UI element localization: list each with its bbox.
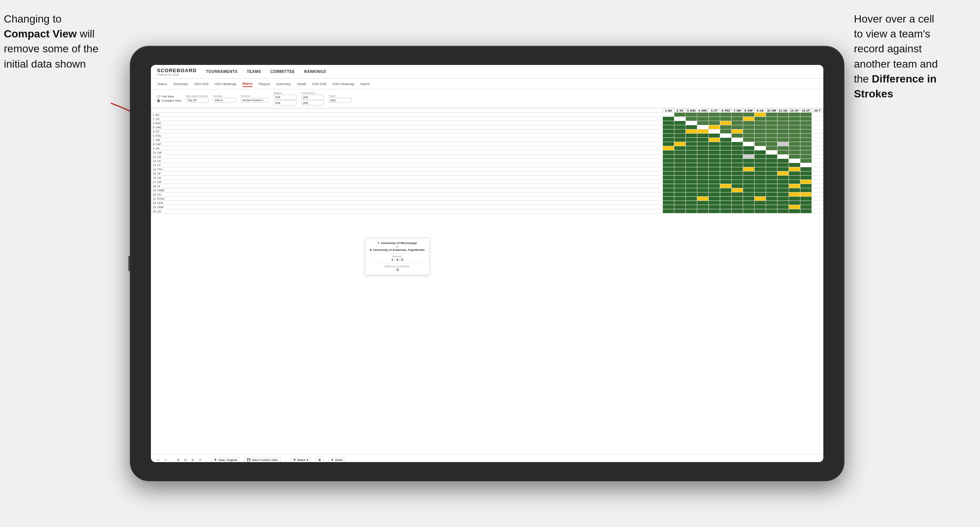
matrix-cell[interactable] <box>674 134 686 138</box>
matrix-cell[interactable] <box>789 142 800 146</box>
matrix-cell[interactable] <box>789 129 800 134</box>
matrix-cell[interactable] <box>663 167 674 171</box>
matrix-cell[interactable] <box>732 134 743 138</box>
matrix-cell[interactable] <box>743 155 755 159</box>
matrix-cell[interactable] <box>800 171 812 176</box>
full-view-option[interactable]: Full View <box>157 95 181 98</box>
matrix-cell[interactable] <box>812 163 823 167</box>
matrix-cell[interactable] <box>766 155 778 159</box>
matrix-cell[interactable] <box>743 209 755 213</box>
matrix-cell[interactable] <box>743 201 755 205</box>
matrix-cell[interactable] <box>709 188 720 192</box>
matrix-cell[interactable] <box>789 176 800 180</box>
matrix-cell[interactable] <box>686 201 697 205</box>
matrix-cell[interactable] <box>743 171 755 176</box>
matrix-cell[interactable] <box>755 188 766 192</box>
matrix-cell[interactable] <box>766 113 778 117</box>
matrix-cell[interactable] <box>766 138 778 142</box>
matrix-cell[interactable] <box>743 129 755 134</box>
matrix-cell[interactable] <box>720 184 732 188</box>
matrix-cell[interactable] <box>663 155 674 159</box>
compact-view-option[interactable]: Compact View <box>157 99 181 102</box>
matrix-cell[interactable] <box>789 188 800 192</box>
matrix-cell[interactable] <box>778 138 789 142</box>
matrix-cell[interactable] <box>709 113 720 117</box>
matrix-cell[interactable] <box>663 201 674 205</box>
matrix-cell[interactable] <box>732 171 743 176</box>
matrix-cell[interactable] <box>709 159 720 163</box>
sub-nav-players[interactable]: Players <box>259 81 270 87</box>
matrix-cell[interactable] <box>686 159 697 163</box>
matrix-cell[interactable] <box>709 180 720 184</box>
matrix-cell[interactable] <box>778 129 789 134</box>
matrix-cell[interactable] <box>800 159 812 163</box>
matrix-cell[interactable] <box>743 125 755 129</box>
conference-select2[interactable]: (All) <box>301 100 324 105</box>
matrix-cell[interactable] <box>743 134 755 138</box>
matrix-cell[interactable] <box>674 176 686 180</box>
matrix-cell[interactable] <box>732 180 743 184</box>
matrix-cell[interactable] <box>720 201 732 205</box>
matrix-cell[interactable] <box>812 188 823 192</box>
matrix-cell[interactable] <box>766 192 778 197</box>
matrix-cell[interactable] <box>674 209 686 213</box>
matrix-cell[interactable] <box>686 197 697 201</box>
matrix-cell[interactable] <box>766 163 778 167</box>
matrix-cell[interactable] <box>789 205 800 209</box>
matrix-cell[interactable] <box>812 138 823 142</box>
matrix-cell[interactable] <box>720 171 732 176</box>
matrix-cell[interactable] <box>732 159 743 163</box>
matrix-cell[interactable] <box>766 197 778 201</box>
matrix-cell[interactable] <box>778 180 789 184</box>
matrix-cell[interactable] <box>697 205 709 209</box>
matrix-cell[interactable] <box>789 201 800 205</box>
redo-btn[interactable]: ↪ <box>164 458 167 462</box>
toolbar-icon2[interactable]: ⊟ <box>184 458 187 462</box>
matrix-cell[interactable] <box>743 176 755 180</box>
matrix-cell[interactable] <box>812 121 823 125</box>
matrix-cell[interactable] <box>789 167 800 171</box>
matrix-cell[interactable] <box>778 188 789 192</box>
matrix-cell[interactable] <box>674 163 686 167</box>
matrix-cell[interactable] <box>663 150 674 155</box>
matrix-cell[interactable] <box>709 134 720 138</box>
matrix-cell[interactable] <box>789 146 800 150</box>
matrix-cell[interactable] <box>812 134 823 138</box>
matrix-cell[interactable] <box>709 205 720 209</box>
matrix-cell[interactable] <box>778 176 789 180</box>
matrix-cell[interactable] <box>697 171 709 176</box>
matrix-cell[interactable] <box>674 188 686 192</box>
matrix-cell[interactable] <box>720 125 732 129</box>
matrix-cell[interactable] <box>800 167 812 171</box>
matrix-cell[interactable] <box>686 171 697 176</box>
matrix-cell[interactable] <box>812 201 823 205</box>
matrix-cell[interactable] <box>720 155 732 159</box>
team-select[interactable]: (All) <box>329 98 352 103</box>
matrix-cell[interactable] <box>755 205 766 209</box>
matrix-cell[interactable] <box>709 155 720 159</box>
matrix-cell[interactable] <box>732 146 743 150</box>
nav-rankings[interactable]: RANKINGS <box>304 69 326 74</box>
matrix-cell[interactable] <box>755 134 766 138</box>
matrix-cell[interactable] <box>732 150 743 155</box>
matrix-cell[interactable] <box>800 155 812 159</box>
matrix-cell[interactable] <box>720 146 732 150</box>
matrix-cell[interactable] <box>800 176 812 180</box>
matrix-cell[interactable] <box>766 188 778 192</box>
matrix-cell[interactable] <box>743 117 755 121</box>
matrix-cell[interactable] <box>663 125 674 129</box>
matrix-cell[interactable] <box>686 167 697 171</box>
matrix-cell[interactable] <box>732 201 743 205</box>
matrix-cell[interactable] <box>800 192 812 197</box>
matrix-cell[interactable] <box>778 171 789 176</box>
matrix-cell[interactable] <box>720 209 732 213</box>
matrix-cell[interactable] <box>732 142 743 146</box>
matrix-cell[interactable] <box>686 150 697 155</box>
matrix-cell[interactable] <box>674 121 686 125</box>
matrix-cell[interactable] <box>686 205 697 209</box>
matrix-cell[interactable] <box>812 129 823 134</box>
matrix-cell[interactable] <box>674 197 686 201</box>
matrix-cell[interactable] <box>674 180 686 184</box>
region-select1[interactable]: N/A <box>274 95 296 100</box>
matrix-cell[interactable] <box>697 167 709 171</box>
